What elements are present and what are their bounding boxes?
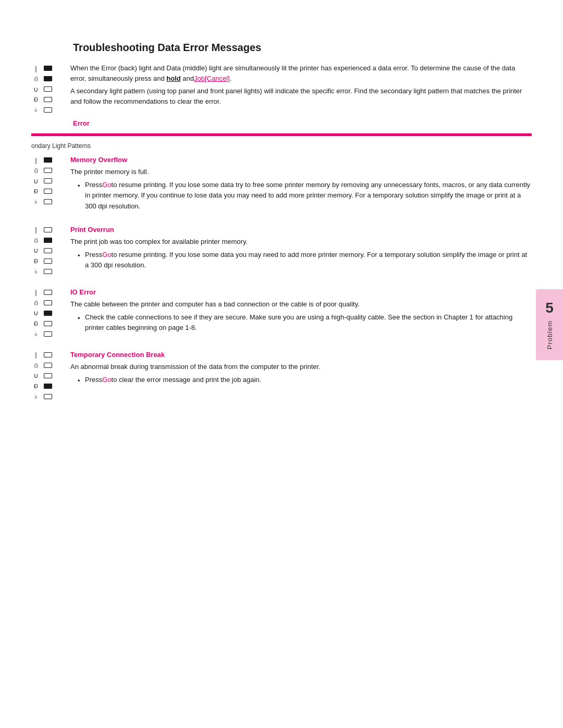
io-light-1: | — [31, 288, 70, 297]
mo-light-5: ♭ — [31, 198, 70, 206]
memory-overflow-desc: The printer memory is full. — [70, 167, 532, 177]
indicator-empty-3 — [44, 87, 52, 92]
tc-icon-4: Đ — [31, 383, 41, 389]
po-ind-4 — [44, 258, 52, 264]
intro-light-panel: | ⎙ ∪ Đ ♭ — [31, 64, 70, 114]
memory-overflow-text: Memory Overflow The printer memory is fu… — [70, 155, 532, 213]
tc-icon-2: ⎙ — [31, 362, 41, 368]
printer-icon-2: ⎙ — [31, 76, 41, 82]
mo-ind-4 — [44, 189, 52, 194]
temp-connection-text: Temporary Connection Break An abnormal b… — [70, 350, 532, 401]
mo-light-1: | — [31, 156, 70, 164]
print-overrun-bullets: • PressGoto resume printing. If you lose… — [70, 250, 532, 270]
intro-block: | ⎙ ∪ Đ ♭ When the Error (back — [31, 63, 532, 114]
bullet-dot: • — [78, 181, 82, 211]
section-memory-overflow: | ⎙ ∪ Đ ♭ — [31, 155, 532, 213]
po-ind-1 — [44, 227, 52, 232]
po-light-1: | — [31, 226, 70, 234]
bullet-dot-tc: • — [78, 376, 82, 386]
memory-overflow-row: | ⎙ ∪ Đ ♭ — [31, 155, 532, 213]
tc-bullet-1: • PressGoto clear the error message and … — [78, 375, 532, 386]
indicator-empty-4 — [44, 97, 52, 102]
tc-icon-3: ∪ — [31, 372, 41, 379]
io-error-bullets: • Check the cable connections to see if … — [70, 312, 532, 333]
tc-icon-5: ♭ — [31, 393, 41, 400]
io-ind-1 — [44, 290, 52, 295]
tc-icon-1: | — [31, 351, 41, 359]
po-icon-5: ♭ — [31, 268, 41, 275]
indicator-filled-2 — [44, 76, 52, 81]
po-go-link[interactable]: Go — [102, 251, 111, 258]
tc-ind-3 — [44, 373, 52, 378]
section-temp-connection: | ⎙ ∪ Đ ♭ — [31, 350, 532, 401]
io-error-lights: | ⎙ ∪ Đ ♭ — [31, 288, 70, 338]
io-ind-4 — [44, 321, 52, 326]
print-overrun-title: Print Overrun — [70, 225, 532, 235]
printer-icon-5: ♭ — [31, 106, 41, 114]
io-bullet-text: Check the cable connections to see if th… — [85, 312, 532, 333]
mo-bullet-text: PressGoto resume printing. If you lose s… — [85, 180, 532, 211]
mo-bullet-1: • PressGoto resume printing. If you lose… — [78, 180, 532, 211]
side-tab-text: Problem — [546, 320, 554, 349]
print-overrun-row: | ⎙ ∪ Đ ♭ — [31, 225, 532, 276]
io-error-row: | ⎙ ∪ Đ ♭ — [31, 287, 532, 338]
light-row-2: ⎙ — [31, 75, 70, 83]
io-light-5: ♭ — [31, 330, 70, 338]
printer-icon-1: | — [31, 65, 41, 72]
po-light-5: ♭ — [31, 267, 70, 276]
memory-overflow-bullets: • PressGoto resume printing. If you lose… — [70, 180, 532, 211]
bullet-dot-po: • — [78, 251, 82, 270]
section-io-error: | ⎙ ∪ Đ ♭ — [31, 287, 532, 338]
mo-icon-2: ⎙ — [31, 167, 41, 174]
tc-ind-5 — [44, 394, 52, 399]
tc-light-5: ♭ — [31, 392, 70, 401]
temp-connection-bullets: • PressGoto clear the error message and … — [70, 375, 532, 386]
mo-icon-5: ♭ — [31, 198, 41, 205]
jobcancel-text: Job[Cancel] — [194, 75, 230, 82]
tc-bullet-text: PressGoto clear the error message and pr… — [85, 375, 261, 386]
mo-go-link[interactable]: Go — [102, 181, 111, 189]
po-icon-4: Đ — [31, 258, 41, 264]
mo-ind-2 — [44, 168, 52, 173]
mo-light-4: Đ — [31, 187, 70, 195]
tc-ind-2 — [44, 363, 52, 368]
po-light-3: ∪ — [31, 246, 70, 255]
temp-connection-lights: | ⎙ ∪ Đ ♭ — [31, 351, 70, 401]
print-overrun-text: Print Overrun The print job was too comp… — [70, 225, 532, 276]
tc-light-1: | — [31, 351, 70, 359]
printer-icon-4: Đ — [31, 96, 41, 103]
light-row-4: Đ — [31, 95, 70, 104]
side-tab-number: 5 — [545, 300, 554, 316]
printer-icon-3: ∪ — [31, 85, 41, 93]
io-icon-5: ♭ — [31, 330, 41, 338]
light-row-5: ♭ — [31, 106, 70, 114]
io-bullet-1: • Check the cable connections to see if … — [78, 312, 532, 333]
indicator-empty-5 — [44, 107, 52, 113]
po-bullet-1: • PressGoto resume printing. If you lose… — [78, 250, 532, 270]
tc-go-link[interactable]: Go — [102, 376, 111, 384]
po-light-2: ⎙ — [31, 236, 70, 244]
io-icon-4: Đ — [31, 320, 41, 327]
print-overrun-lights: | ⎙ ∪ Đ ♭ — [31, 226, 70, 276]
tc-light-4: Đ — [31, 382, 70, 390]
divider-bar — [31, 133, 532, 136]
tc-ind-4 — [44, 384, 52, 389]
po-icon-3: ∪ — [31, 246, 41, 254]
bullet-dot-io: • — [78, 313, 82, 333]
io-error-desc: The cable between the printer and comput… — [70, 299, 532, 310]
intro-para-2: A secondary light pattern (using top pan… — [70, 86, 532, 107]
secondary-label: ondary Light Patterns — [31, 142, 532, 150]
indicator-filled-1 — [44, 66, 52, 71]
error-label: Error — [73, 119, 532, 127]
po-bullet-text: PressGoto resume printing. If you lose s… — [85, 250, 532, 270]
io-icon-1: | — [31, 288, 41, 296]
intro-text: When the Error (back) light and Data (mi… — [70, 63, 532, 114]
po-ind-3 — [44, 248, 52, 253]
tc-ind-1 — [44, 352, 52, 357]
page: Troubleshooting Data Error Messages | ⎙ … — [0, 0, 563, 443]
memory-overflow-title: Memory Overflow — [70, 155, 532, 165]
light-row-1: | — [31, 64, 70, 72]
io-ind-5 — [44, 331, 52, 337]
po-ind-5 — [44, 269, 52, 274]
mo-light-3: ∪ — [31, 177, 70, 185]
